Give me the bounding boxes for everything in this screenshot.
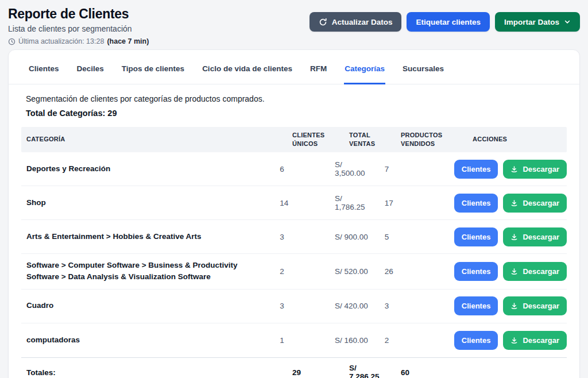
total-sales-cell: S/ 1,786.25 <box>335 194 385 211</box>
clientes-button-label: Clientes <box>462 336 491 345</box>
tab-sucursales[interactable]: Sucursales <box>402 50 444 84</box>
category-cell: Deportes y Recreación <box>21 157 280 180</box>
descargar-button-label: Descargar <box>523 199 559 207</box>
products-sold-cell: 3 <box>385 302 454 310</box>
totals-unique-clients: 29 <box>292 368 349 377</box>
totals-total-sales: S/ 7,286.25 <box>349 364 401 378</box>
total-sales-cell: S/ 520.00 <box>335 267 385 276</box>
total-sales-cell: S/ 420.00 <box>335 302 385 310</box>
tab-tipos-de-clientes[interactable]: Tipos de clientes <box>121 50 185 84</box>
products-sold-cell: 26 <box>385 267 454 276</box>
clientes-button[interactable]: Clientes <box>454 194 498 213</box>
section-intro: Segmentación de clientes por categorías … <box>9 84 579 118</box>
table-body: Deportes y Recreación6S/ 3,500.007Client… <box>21 152 567 357</box>
descargar-button-label: Descargar <box>523 267 559 276</box>
total-sales-cell: S/ 900.00 <box>335 233 385 241</box>
download-icon <box>510 233 518 241</box>
clientes-button-label: Clientes <box>462 165 491 173</box>
clientes-button[interactable]: Clientes <box>454 262 498 281</box>
tab-deciles[interactable]: Deciles <box>76 50 105 84</box>
tab-rfm[interactable]: RFM <box>310 50 327 84</box>
report-card: ClientesDecilesTipos de clientesCiclo de… <box>8 49 580 378</box>
refresh-icon <box>319 18 327 26</box>
table-row: Deportes y Recreación6S/ 3,500.007Client… <box>21 152 567 186</box>
table-row: Shop14S/ 1,786.2517ClientesDescargar <box>21 186 567 220</box>
tab-ciclo-de-vida-de-clientes[interactable]: Ciclo de vida de clientes <box>202 50 293 84</box>
totals-row: Totales: 29 S/ 7,286.25 60 <box>21 357 567 378</box>
last-update-ago: (hace 7 min) <box>107 37 149 45</box>
chevron-down-icon <box>564 18 571 25</box>
tab-clientes[interactable]: Clientes <box>28 50 60 84</box>
import-data-button[interactable]: Importar Datos <box>495 12 580 32</box>
total-sales-cell: S/ 3,500.00 <box>335 160 385 178</box>
category-cell: Arts & Entertainment > Hobbies & Creativ… <box>21 225 280 248</box>
descargar-button[interactable]: Descargar <box>503 331 567 350</box>
unique-clients-cell: 1 <box>280 336 335 345</box>
header-products-sold: PRODUCTOS VENDIDOS <box>401 131 473 149</box>
row-actions: ClientesDescargar <box>454 262 567 281</box>
category-cell: Shop <box>21 191 280 214</box>
descargar-button-label: Descargar <box>523 233 559 241</box>
download-icon <box>510 337 518 344</box>
clientes-button[interactable]: Clientes <box>454 160 498 179</box>
tab-categorias[interactable]: Categorías <box>344 50 385 84</box>
last-update-meta: Última actualización: 13:28 (hace 7 min) <box>8 37 580 45</box>
page-header: Reporte de Clientes Lista de clientes po… <box>0 0 588 45</box>
download-icon <box>510 268 518 275</box>
row-actions: ClientesDescargar <box>454 227 567 246</box>
table-row: Software > Computer Software > Business … <box>21 254 567 290</box>
section-description: Segmentación de clientes por categorías … <box>26 94 562 103</box>
row-actions: ClientesDescargar <box>454 160 567 179</box>
refresh-data-button[interactable]: Actualizar Datos <box>310 12 402 32</box>
table-row: Cuadro3S/ 420.003ClientesDescargar <box>21 290 567 323</box>
clientes-button[interactable]: Clientes <box>454 227 498 246</box>
descargar-button[interactable]: Descargar <box>503 227 567 246</box>
category-cell: Cuadro <box>21 294 280 317</box>
tag-clients-button[interactable]: Etiquetar clientes <box>407 12 490 32</box>
category-cell: Software > Computer Software > Business … <box>21 254 280 289</box>
page: { "page": { "title": "Reporte de Cliente… <box>0 0 588 378</box>
descargar-button[interactable]: Descargar <box>503 262 567 281</box>
tabs-bar: ClientesDecilesTipos de clientesCiclo de… <box>9 50 579 84</box>
descargar-button[interactable]: Descargar <box>503 194 567 213</box>
total-sales-cell: S/ 160.00 <box>335 336 385 345</box>
clientes-button[interactable]: Clientes <box>454 331 498 350</box>
unique-clients-cell: 2 <box>280 267 335 276</box>
descargar-button[interactable]: Descargar <box>503 296 567 315</box>
clientes-button-label: Clientes <box>462 199 491 207</box>
total-categories-label: Total de Categorías: 29 <box>26 109 562 118</box>
unique-clients-cell: 3 <box>280 233 335 241</box>
clientes-button-label: Clientes <box>462 233 491 241</box>
clock-icon <box>8 38 16 45</box>
unique-clients-cell: 6 <box>280 165 335 173</box>
unique-clients-cell: 3 <box>280 302 335 310</box>
descargar-button-label: Descargar <box>523 302 559 310</box>
download-icon <box>510 302 518 310</box>
header-actions: Actualizar Datos Etiquetar clientes Impo… <box>310 12 580 32</box>
descargar-button[interactable]: Descargar <box>503 160 567 179</box>
products-sold-cell: 5 <box>385 233 454 241</box>
last-update-text: Última actualización: 13:28 <box>18 37 104 45</box>
row-actions: ClientesDescargar <box>454 296 567 315</box>
categories-table: CATEGORÍA CLIENTES ÚNICOS TOTAL VENTAS P… <box>21 127 567 378</box>
category-cell: computadoras <box>21 329 280 352</box>
clientes-button[interactable]: Clientes <box>454 296 498 315</box>
download-icon <box>510 199 518 207</box>
unique-clients-cell: 14 <box>280 199 335 207</box>
header-unique-clients: CLIENTES ÚNICOS <box>292 131 349 149</box>
products-sold-cell: 7 <box>385 165 454 173</box>
refresh-button-label: Actualizar Datos <box>332 18 393 26</box>
row-actions: ClientesDescargar <box>454 194 567 213</box>
header-actions: ACCIONES <box>473 135 567 144</box>
descargar-button-label: Descargar <box>523 165 559 173</box>
products-sold-cell: 17 <box>385 199 454 207</box>
download-icon <box>510 165 518 173</box>
products-sold-cell: 2 <box>385 336 454 345</box>
table-row: computadoras1S/ 160.002ClientesDescargar <box>21 323 567 357</box>
table-header-row: CATEGORÍA CLIENTES ÚNICOS TOTAL VENTAS P… <box>21 127 567 152</box>
descargar-button-label: Descargar <box>523 336 559 345</box>
totals-products-sold: 60 <box>401 368 473 377</box>
import-button-label: Importar Datos <box>504 18 559 26</box>
clientes-button-label: Clientes <box>462 267 491 276</box>
header-total-sales: TOTAL VENTAS <box>349 131 401 149</box>
